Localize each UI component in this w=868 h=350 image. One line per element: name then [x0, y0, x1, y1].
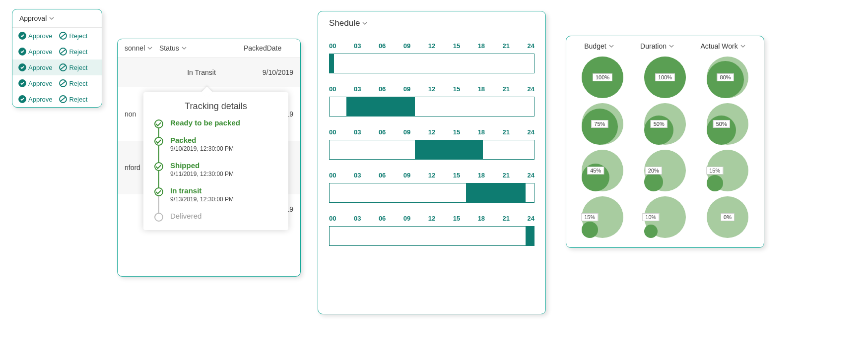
status-header-row: sonnel Status PackedDate	[118, 39, 300, 58]
cell-personnel	[125, 68, 159, 76]
tick-label: 06	[379, 42, 386, 50]
approve-button[interactable]: Approve	[18, 79, 52, 87]
tick-label: 12	[428, 128, 435, 136]
step-timestamp: 9/11/2019, 12:30:00 PM	[170, 171, 277, 177]
tracking-step: Ready to be packed	[154, 118, 277, 127]
tick-label: 06	[379, 128, 386, 136]
approval-header[interactable]: Approval	[12, 9, 102, 28]
schedule-bar-fill	[526, 227, 534, 245]
chevron-down-icon	[740, 43, 746, 49]
tick-label: 00	[329, 172, 336, 179]
tick-label: 06	[379, 172, 386, 179]
approve-button[interactable]: Approve	[18, 48, 52, 56]
circle-icon	[154, 213, 163, 222]
tick-label: 09	[403, 172, 410, 179]
bubble-cell: 100%	[635, 54, 695, 101]
connector-line	[158, 196, 159, 213]
bubble-label: 10%	[642, 213, 659, 221]
approve-button[interactable]: Approve	[18, 32, 52, 40]
tick-label: 24	[528, 85, 534, 93]
bubble-grid: 100%100%80%75%50%50%45%20%15%15%10%0%	[566, 53, 764, 245]
column-packed-date[interactable]: PackedDate	[244, 44, 293, 52]
bubble-cell: 15%	[697, 147, 758, 194]
connector-line	[158, 171, 159, 188]
tick-label: 24	[528, 128, 534, 136]
svg-line-14	[61, 97, 66, 101]
check-circle-icon	[154, 187, 163, 196]
tick-label: 15	[453, 215, 460, 222]
bubble-cell: 0%	[697, 194, 758, 240]
tick-label: 15	[453, 42, 460, 50]
approval-panel: Approval ApproveRejectApproveRejectAppro…	[12, 9, 102, 108]
check-circle-icon	[154, 119, 163, 128]
bubble-label: 20%	[645, 167, 662, 175]
tick-label: 06	[379, 85, 386, 93]
reject-button[interactable]: Reject	[59, 63, 87, 71]
column-status[interactable]: Status	[159, 44, 244, 52]
tick-label: 09	[403, 42, 410, 50]
schedule-row: 000306091215182124	[329, 172, 534, 203]
bubble-panel: Budget Duration Actual Work 100%100%80%7…	[566, 36, 764, 248]
reject-button[interactable]: Reject	[59, 32, 87, 40]
svg-line-8	[61, 65, 66, 69]
chevron-down-icon	[147, 45, 153, 51]
table-row[interactable]: In Transit9/10/2019	[118, 58, 300, 87]
approve-button[interactable]: Approve	[18, 95, 52, 103]
ban-icon	[59, 48, 67, 56]
bubble-cell: 20%	[635, 147, 695, 194]
tracking-step: Packed9/10/2019, 12:30:00 PM	[154, 136, 277, 152]
schedule-ticks: 000306091215182124	[329, 172, 534, 179]
reject-button[interactable]: Reject	[59, 48, 87, 56]
tick-label: 00	[329, 85, 336, 93]
tracking-step: Shipped9/11/2019, 12:30:00 PM	[154, 161, 277, 177]
schedule-rows: 0003060912151821240003060912151821240003…	[318, 42, 545, 256]
tracking-title: Tracking details	[154, 101, 277, 112]
column-duration[interactable]: Duration	[640, 42, 674, 50]
schedule-row: 000306091215182124	[329, 85, 534, 117]
bubble-cell: 50%	[635, 101, 695, 147]
tick-label: 00	[329, 42, 336, 50]
schedule-bar-track	[329, 54, 534, 73]
bubble-cell: 100%	[572, 54, 633, 101]
approve-button[interactable]: Approve	[18, 63, 52, 71]
tick-label: 00	[329, 128, 336, 136]
tick-label: 24	[528, 215, 534, 222]
schedule-ticks: 000306091215182124	[329, 128, 534, 136]
tick-label: 12	[428, 215, 435, 222]
connector-line	[158, 146, 159, 163]
schedule-bar-track	[329, 226, 534, 246]
approval-row: ApproveReject	[12, 28, 102, 44]
approval-row: ApproveReject	[12, 91, 102, 107]
schedule-row: 000306091215182124	[329, 42, 534, 73]
column-personnel[interactable]: sonnel	[125, 44, 159, 52]
tracking-tooltip: Tracking details Ready to be packedPacke…	[143, 92, 288, 230]
column-actual-work[interactable]: Actual Work	[701, 42, 746, 50]
bubble-label: 50%	[651, 120, 668, 128]
schedule-header[interactable]: Shedule	[318, 11, 545, 30]
bubble-cell: 10%	[635, 194, 695, 240]
tick-label: 21	[503, 215, 510, 222]
schedule-ticks: 000306091215182124	[329, 85, 534, 93]
step-label: Ready to be packed	[170, 118, 277, 127]
bubble-label: 100%	[593, 73, 612, 81]
column-budget[interactable]: Budget	[584, 42, 614, 50]
chevron-down-icon	[49, 15, 55, 21]
schedule-bar-track	[329, 140, 534, 160]
tracking-steps: Ready to be packedPacked9/10/2019, 12:30…	[154, 118, 277, 220]
tick-label: 15	[453, 85, 460, 93]
bubble-inner	[707, 175, 723, 191]
reject-button[interactable]: Reject	[59, 79, 87, 87]
step-label: In transit	[170, 186, 277, 195]
cell-date: 9/10/2019	[244, 68, 293, 76]
schedule-row: 000306091215182124	[329, 128, 534, 160]
status-panel: sonnel Status PackedDate In Transit9/10/…	[117, 39, 301, 277]
bubble-label: 100%	[655, 73, 675, 81]
tick-label: 12	[428, 42, 435, 50]
reject-button[interactable]: Reject	[59, 95, 87, 103]
schedule-bar-track	[329, 97, 534, 117]
svg-line-11	[61, 81, 66, 85]
tick-label: 24	[528, 42, 534, 50]
tick-label: 21	[503, 85, 510, 93]
approval-header-label: Approval	[19, 14, 47, 22]
tick-label: 18	[478, 128, 485, 136]
